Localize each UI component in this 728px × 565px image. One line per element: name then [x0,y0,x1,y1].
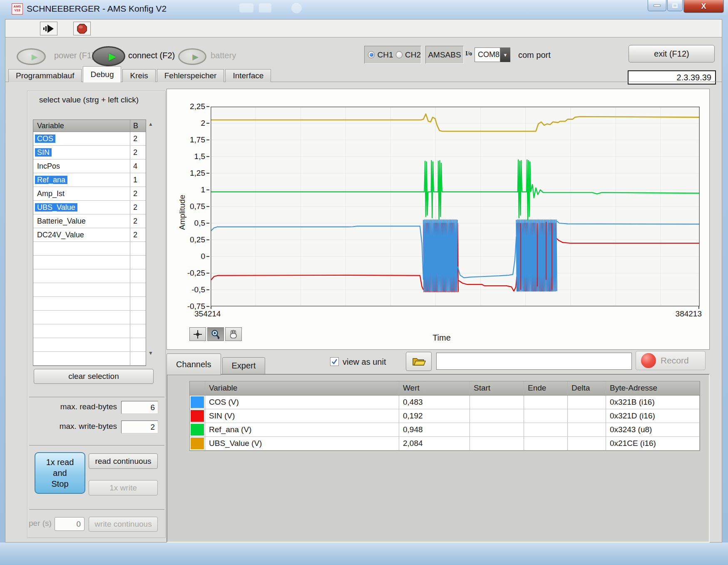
record-button[interactable]: Record [636,351,706,370]
channel-table-header-cell[interactable]: Start [470,381,524,395]
channel-table-cell [470,437,524,451]
view-as-unit-checkbox[interactable] [330,357,339,366]
scroll-up-icon[interactable]: ▲ [148,121,153,127]
write-continuous-button[interactable]: write continuous [89,517,158,532]
y-tick-text: -0,5 [191,285,205,294]
channel-table-cell [568,396,606,409]
maximize-icon [672,3,678,8]
y-tick-label: 0,25 [174,235,209,244]
connect-toggle-arrow-icon: ▶ [109,51,116,62]
channel-table-row[interactable]: UBS_Value (V)2,0840x21CE (i16) [190,437,700,451]
variable-row[interactable]: DC24V_Value2 [33,228,146,242]
channel-table-row[interactable]: COS (V)0,4830x321B (i16) [190,396,700,409]
variable-row[interactable]: COS2 [33,132,146,146]
write-once-button[interactable]: 1x write [89,480,158,495]
channel-table-header-cell[interactable]: Byte-Adresse [606,381,700,395]
y-tick-mark [206,173,209,174]
y-tick-label: 1,5 [174,152,209,161]
y-tick-text: 0 [201,252,205,261]
tab-fehlerspeicher[interactable]: Fehlerspeicher [157,69,224,82]
record-file-path-field[interactable] [436,353,632,370]
chart-plot-area[interactable] [211,107,700,306]
exit-button[interactable]: exit (F12) [629,45,715,62]
variable-column-header[interactable]: Variable [33,120,130,132]
maximize-button[interactable] [667,0,683,11]
variable-row[interactable]: SIN2 [33,146,146,159]
tab-expert[interactable]: Expert [222,357,266,374]
channel-table-row[interactable]: Ref_ana (V)0,9480x3243 (u8) [190,423,700,437]
close-button[interactable]: X [683,0,724,13]
read-once-and-stop-button[interactable]: 1x read and Stop [35,452,85,494]
series-SIN [459,276,517,291]
stop-button[interactable] [73,22,91,35]
com-port-dropdown-arrow-icon[interactable]: ▼ [500,47,510,62]
variable-row-empty[interactable] [33,352,146,366]
x-axis-start-label: 354214 [194,309,221,319]
variable-bytes-cell [130,324,146,338]
minimize-button[interactable] [648,0,666,11]
run-button[interactable] [40,22,57,35]
divider [29,509,164,510]
channel-color [191,396,204,408]
variable-row[interactable]: Ref_ana1 [33,173,146,187]
variable-row-empty[interactable] [33,269,146,283]
tab-debug[interactable]: Debug [83,66,121,82]
variable-name: DC24V_Value [35,231,86,239]
variable-name-cell: UBS_Value [33,201,130,214]
variable-name-cell: Batterie_Value [33,214,130,228]
browse-file-button[interactable] [406,352,432,371]
view-as-unit-label: view as unit [343,357,386,367]
connect-toggle[interactable]: ▶ [92,46,125,66]
variable-row[interactable]: Batterie_Value2 [33,214,146,228]
read-continuous-button[interactable]: read continuous [89,453,158,469]
window-bottom-border [0,543,728,565]
y-tick-mark [206,256,209,257]
ch2-radio[interactable] [396,51,403,58]
variable-row[interactable]: IncPos4 [33,159,146,173]
com-port-select[interactable]: COM8 [475,47,500,62]
variable-name-cell [33,269,130,283]
variable-row-empty[interactable] [33,338,146,352]
channel-table-header-cell[interactable]: Ende [524,381,568,395]
channel-table-header-cell[interactable]: Variable [205,381,399,395]
clear-selection-button[interactable]: clear selection [34,369,154,384]
bytes-column-header[interactable]: B [130,120,146,132]
tab-programmablauf[interactable]: Programmablauf [8,69,82,82]
y-tick-label: -0,5 [174,285,209,294]
ch1-radio[interactable] [368,51,375,58]
zoom-tool-button[interactable] [207,327,224,341]
max-write-bytes-label: max. write-bytes [32,422,117,431]
per-seconds-input[interactable]: 0 [55,517,84,531]
variable-row-empty[interactable] [33,311,146,324]
series-COS [211,226,423,280]
channel-select-panel: CH1 CH2 [364,46,421,64]
variable-row[interactable]: Amp_Ist2 [33,187,146,201]
variable-row-empty[interactable] [33,256,146,269]
variable-row-empty[interactable] [33,324,146,338]
channel-table-header-cell[interactable]: Delta [568,381,606,395]
channel-table-row[interactable]: SIN (V)0,1920x321D (i16) [190,409,700,423]
pan-tool-button[interactable] [225,327,242,341]
variable-row-empty[interactable] [33,242,146,256]
per-seconds-label: per (s) [29,519,52,528]
tab-interface[interactable]: Interface [225,69,271,82]
channel-table-header-cell[interactable]: Wert [399,381,470,395]
app-window: AMS V23 SCHNEEBERGER - AMS Konfig V2 X ▶… [0,0,728,565]
battery-toggle[interactable]: ▶ [178,48,206,65]
cursor-tool-button[interactable] [189,327,206,341]
channel-table[interactable]: VariableWertStartEndeDeltaByte-AdresseCO… [189,381,700,451]
minimize-icon [653,5,661,7]
record-dot-icon [641,353,656,368]
variable-row-empty[interactable] [33,283,146,297]
variable-row[interactable]: UBS_Value2 [33,201,146,214]
y-tick-mark [206,189,209,190]
channel-table-cell: SIN (V) [205,409,399,423]
tab-kreis[interactable]: Kreis [122,69,155,82]
tab-channels[interactable]: Channels [166,353,221,375]
variable-listbox[interactable]: Variable B COS2SIN2IncPos4Ref_ana1Amp_Is… [33,119,146,366]
power-toggle[interactable]: ▶ [17,48,46,65]
variable-row-empty[interactable] [33,297,146,311]
scroll-down-icon[interactable]: ▼ [148,350,153,356]
variable-bytes-cell [130,269,146,283]
channel-table-header-cell[interactable] [190,381,205,395]
